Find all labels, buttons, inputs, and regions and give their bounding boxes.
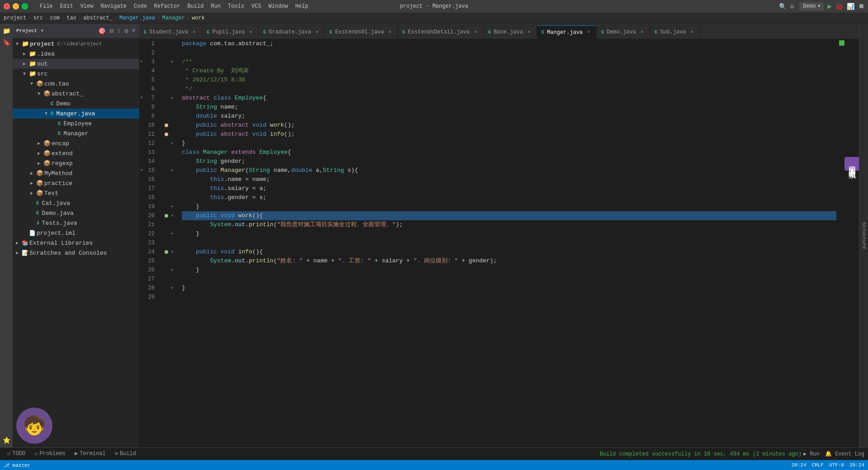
coverage-button[interactable]: 📊: [847, 3, 854, 10]
breadcrumb-abstract[interactable]: abstract_: [83, 15, 113, 21]
bottom-tab-build[interactable]: ⚒ Build: [111, 448, 140, 461]
run-bottom-button[interactable]: ▶ Run: [803, 451, 820, 457]
tab-close-exstendsdetail[interactable]: ×: [472, 29, 479, 35]
tab-close-pupil[interactable]: ×: [247, 29, 254, 35]
breadcrumb-method[interactable]: work: [192, 15, 205, 21]
validation-bar: [836, 39, 845, 447]
bottom-tab-todo[interactable]: ☑ TODO: [4, 448, 29, 461]
menu-navigate[interactable]: Navigate: [98, 2, 129, 10]
editor-main[interactable]: 1 2 ▼3 4 5 6 ▼7 8 9 10 11 12 13: [139, 39, 859, 447]
tab-close-demo[interactable]: ×: [639, 29, 645, 35]
tab-demo[interactable]: C Demo.java ×: [597, 25, 650, 39]
tree-src[interactable]: ▼ 📁 src: [13, 69, 139, 79]
tree-mymethod[interactable]: ▶ 📦 MyMethod: [13, 168, 139, 178]
tree-manger-java[interactable]: ▼ C Manger.java: [13, 109, 139, 119]
status-line-col[interactable]: 20:24: [792, 462, 807, 468]
sidebar-settings-icon[interactable]: ⚙: [124, 27, 128, 35]
tree-demo-java[interactable]: ▶ C Demo.java: [13, 208, 139, 218]
breadcrumb-src[interactable]: src: [33, 15, 43, 21]
tree-project-iml[interactable]: ▶ 📄 project.iml: [13, 228, 139, 238]
bookmark-icon[interactable]: 🔖: [1, 37, 12, 48]
search-button[interactable]: 🔍: [779, 3, 787, 10]
breadcrumb-com[interactable]: com: [50, 15, 60, 21]
menu-edit[interactable]: Edit: [57, 2, 76, 10]
tree-comtao[interactable]: ▼ 📦 com.tao: [13, 79, 139, 89]
tab-base[interactable]: C Base.java ×: [484, 25, 537, 39]
bottom-tab-terminal[interactable]: ▶ Terminal: [71, 448, 109, 461]
tree-practice[interactable]: ▶ 📦 practice: [13, 178, 139, 188]
window-title: project - Manger.java: [400, 3, 468, 9]
tree-idea[interactable]: ▶ 📁 .idea: [13, 49, 139, 59]
code-line-5: * 2021/12/15 8:38: [182, 76, 836, 85]
sidebar-collapse-icon[interactable]: ⊟: [109, 27, 113, 35]
breadcrumb-class[interactable]: Manager: [162, 15, 185, 21]
breadcrumb-project[interactable]: project: [4, 15, 26, 21]
tab-close-student[interactable]: ×: [191, 29, 197, 35]
tab-manger[interactable]: C Manger.java ×: [537, 25, 597, 39]
maximize-button[interactable]: □: [22, 3, 28, 9]
tab-sub[interactable]: C Sub.java ×: [650, 25, 700, 39]
tab-close-exstends01[interactable]: ×: [387, 29, 393, 35]
sidebar-dropdown-icon[interactable]: ▼: [41, 28, 43, 33]
menu-refactor[interactable]: Refactor: [151, 2, 183, 10]
event-log-label[interactable]: 🔔 Event Log: [825, 451, 864, 457]
status-charset[interactable]: UTF-8: [829, 462, 844, 468]
tree-extend[interactable]: ▶ 📦 extend: [13, 148, 139, 158]
tab-close-graduate[interactable]: ×: [314, 29, 320, 35]
favorites-icon[interactable]: ⭐: [1, 435, 12, 446]
stop-button[interactable]: ⏹: [858, 3, 864, 10]
breadcrumb-tao[interactable]: tao: [66, 15, 76, 21]
minimize-button[interactable]: –: [13, 3, 19, 9]
tree-tests-java[interactable]: ▶ J Tests.java: [13, 218, 139, 228]
tree-external-libs[interactable]: ▶ 📚 External Libraries: [13, 238, 139, 248]
tree-scratches[interactable]: ▶ 📝 Scratches and Consoles: [13, 248, 139, 258]
java-icon-demo: C: [36, 210, 39, 216]
tree-out[interactable]: ▶ 📁 out: [13, 59, 139, 69]
settings-button[interactable]: ⚙: [790, 3, 794, 10]
run-config[interactable]: Demo ▼: [799, 2, 824, 10]
menu-vcs[interactable]: VCS: [249, 2, 264, 10]
package-icon-extend: 📦: [43, 150, 51, 157]
bottom-tab-problems[interactable]: ⚠ Problems: [31, 448, 69, 461]
tree-demo-class[interactable]: ▶ C Demo: [13, 99, 139, 109]
menu-view[interactable]: View: [78, 2, 96, 10]
tree-regexp[interactable]: ▶ 📦 regexp: [13, 158, 139, 168]
menu-help[interactable]: Help: [292, 2, 311, 10]
tree-test[interactable]: ▶ 📦 Test: [13, 188, 139, 198]
menu-tools[interactable]: Tools: [225, 2, 247, 10]
sidebar-close-icon[interactable]: ×: [132, 27, 136, 34]
tab-close-sub[interactable]: ×: [689, 29, 695, 35]
tab-graduate[interactable]: C Graduate.java ×: [259, 25, 325, 39]
tab-exstendsdetail[interactable]: C ExstendsDetail.java ×: [398, 25, 484, 39]
breadcrumb-file[interactable]: Manger.java: [119, 15, 155, 21]
menu-build[interactable]: Build: [184, 2, 206, 10]
sidebar-locate-icon[interactable]: 🎯: [98, 27, 106, 35]
code-editor[interactable]: package com.tao.abstract_; /** * Create …: [178, 39, 836, 447]
tab-exstends01[interactable]: C Exstends01.java ×: [325, 25, 398, 39]
tab-close-base[interactable]: ×: [526, 29, 532, 35]
tab-student[interactable]: C Student.java ×: [139, 25, 202, 39]
tree-abstract[interactable]: ▼ 📦 abstract_: [13, 89, 139, 99]
menu-code[interactable]: Code: [131, 2, 150, 10]
menu-run[interactable]: Run: [208, 2, 223, 10]
tab-pupil[interactable]: C Pupil.java ×: [202, 25, 259, 39]
menu-window[interactable]: Window: [266, 2, 291, 10]
tree-cat-java[interactable]: ▶ C Cat.java: [13, 198, 139, 208]
tree-employee[interactable]: ▶ C Employee: [13, 119, 139, 128]
project-view-icon[interactable]: 📁: [1, 25, 12, 36]
tab-close-manger[interactable]: ×: [585, 29, 592, 36]
line-num-8: 8: [139, 103, 158, 112]
sidebar-sort-icon[interactable]: ↕: [117, 27, 121, 34]
tree-encap[interactable]: ▶ 📦 encap: [13, 138, 139, 148]
structure-label[interactable]: Structure: [861, 222, 867, 249]
menu-file[interactable]: File: [37, 2, 56, 10]
tree-project[interactable]: ▼ 📁 project C:\idea\project: [13, 39, 139, 49]
folder-icon-project: 📁: [22, 40, 29, 47]
status-crlf[interactable]: CRLF: [812, 462, 824, 468]
tree-manager[interactable]: ▶ C Manager: [13, 128, 139, 138]
gutter-7: [162, 94, 171, 103]
status-branch[interactable]: ⎇ master: [4, 462, 30, 468]
debug-button[interactable]: 🐞: [835, 3, 843, 10]
run-button[interactable]: ▶: [827, 2, 832, 11]
close-button[interactable]: ×: [4, 3, 10, 9]
